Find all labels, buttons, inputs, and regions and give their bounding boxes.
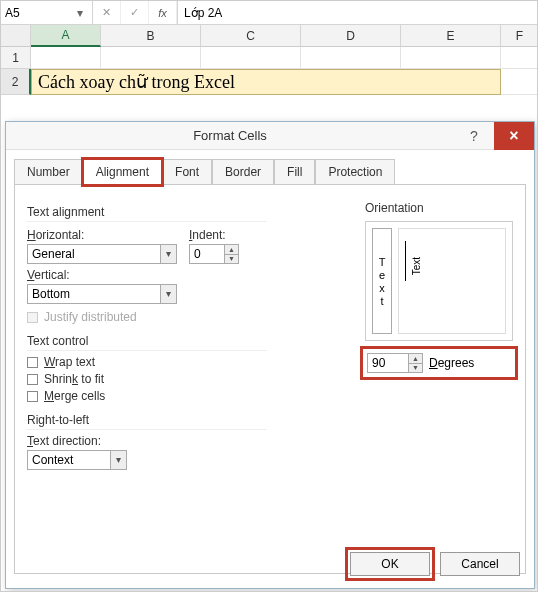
chevron-down-icon[interactable]: ▾ [160,285,176,303]
alignment-panel: Text alignment HHorizontal:orizontal: Ge… [14,184,526,574]
horizontal-value: General [28,247,160,261]
formula-bar: A5 ▾ ✕ ✓ fx Lớp 2A [1,1,537,25]
text-alignment-legend: Text alignment [27,205,267,222]
degrees-row: 90 ▲▼ Degrees [365,351,513,375]
checkbox-icon [27,312,38,323]
chevron-down-icon[interactable]: ▾ [160,245,176,263]
text-direction-label: Text direction: [27,434,267,448]
row-header-2[interactable]: 2 [1,69,31,95]
help-button[interactable]: ? [454,122,494,150]
tab-number[interactable]: Number [14,159,83,185]
justify-distributed-check: Justify distributed [27,310,267,324]
indent-value: 0 [190,247,224,261]
horizontal-label: HHorizontal:orizontal: [27,228,177,242]
tab-border[interactable]: Border [212,159,274,185]
ok-button[interactable]: OK [350,552,430,576]
tab-font[interactable]: Font [162,159,212,185]
formula-input[interactable]: Lớp 2A [178,1,537,24]
tab-alignment[interactable]: Alignment [83,159,162,185]
chevron-down-icon[interactable]: ▾ [72,5,88,21]
dialog-titlebar[interactable]: Format Cells ? × [6,122,534,150]
select-all-corner[interactable] [1,25,31,47]
cell-e1[interactable] [401,47,501,69]
name-box-value: A5 [5,6,72,20]
spin-up-icon[interactable]: ▲ [225,245,238,255]
cell-f2[interactable] [501,69,538,95]
orientation-dial[interactable]: Text [398,228,506,334]
insert-function-button[interactable]: fx [149,1,177,24]
tab-protection[interactable]: Protection [315,159,395,185]
cancel-formula-button[interactable]: ✕ [93,1,121,24]
cell-c1[interactable] [201,47,301,69]
dialog-title: Format Cells [6,128,454,143]
cell-b1[interactable] [101,47,201,69]
vertical-combo[interactable]: Bottom ▾ [27,284,177,304]
cell-d1[interactable] [301,47,401,69]
dialog-footer: OK Cancel [350,552,520,576]
col-header-f[interactable]: F [501,25,538,47]
wrap-text-check[interactable]: Wrap text [27,355,267,369]
indent-label: Indent: [189,228,269,242]
name-box[interactable]: A5 ▾ [1,1,93,24]
text-control-legend: Text control [27,334,267,351]
horizontal-combo[interactable]: General ▾ [27,244,177,264]
spin-down-icon[interactable]: ▼ [225,255,238,264]
text-direction-combo[interactable]: Context ▾ [27,450,127,470]
col-header-e[interactable]: E [401,25,501,47]
tab-fill[interactable]: Fill [274,159,315,185]
checkbox-icon [27,391,38,402]
degrees-spinner[interactable]: 90 ▲▼ [367,353,423,373]
spin-down-icon[interactable]: ▼ [409,364,422,373]
dialog-tabs: Number Alignment Font Border Fill Protec… [6,150,534,184]
row-1: 1 [1,47,537,69]
dial-text-label: Text [411,257,422,275]
vertical-value: Bottom [28,287,160,301]
column-headers: A B C D E F [1,25,537,47]
vertical-label: Vertical: [27,268,177,282]
indent-spinner[interactable]: 0 ▲▼ [189,244,239,264]
rtl-legend: Right-to-left [27,413,267,430]
formula-buttons: ✕ ✓ fx [93,1,178,24]
enter-formula-button[interactable]: ✓ [121,1,149,24]
degrees-value: 90 [368,356,408,370]
degrees-label: Degrees [429,356,474,370]
row-2: 2 Cách xoay chữ trong Excel [1,69,537,95]
format-cells-dialog: Format Cells ? × Number Alignment Font B… [5,121,535,589]
checkbox-icon [27,357,38,368]
shrink-to-fit-check[interactable]: Shrink to fit [27,372,267,386]
col-header-c[interactable]: C [201,25,301,47]
merge-cells-check[interactable]: Merge cells [27,389,267,403]
cell-b2-merged[interactable]: Cách xoay chữ trong Excel [31,69,501,95]
justify-label: Justify distributed [44,310,137,324]
cell-f1[interactable] [501,47,538,69]
spreadsheet: A B C D E F 1 2 Cách xoay chữ trong Exce… [1,25,537,95]
col-header-b[interactable]: B [101,25,201,47]
cell-a1[interactable] [31,47,101,69]
vertical-text-button[interactable]: T e x t [372,228,392,334]
orientation-legend: Orientation [365,201,513,217]
col-header-d[interactable]: D [301,25,401,47]
col-header-a[interactable]: A [31,25,101,47]
row-header-1[interactable]: 1 [1,47,31,69]
close-button[interactable]: × [494,122,534,150]
orientation-frame: T e x t Text [365,221,513,341]
text-direction-value: Context [28,453,110,467]
spin-up-icon[interactable]: ▲ [409,354,422,364]
chevron-down-icon[interactable]: ▾ [110,451,126,469]
checkbox-icon [27,374,38,385]
cancel-button[interactable]: Cancel [440,552,520,576]
